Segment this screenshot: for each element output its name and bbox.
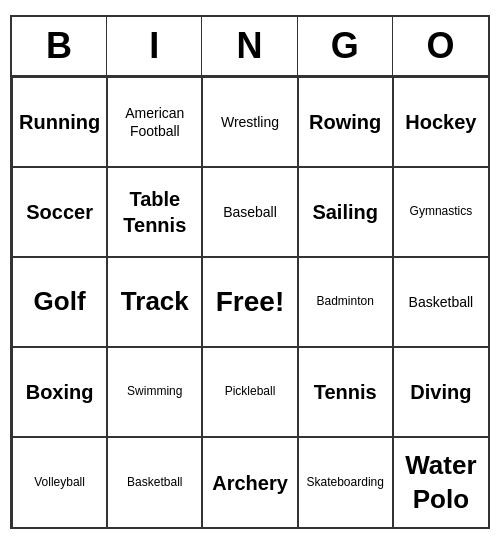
cell-text: Basketball — [409, 293, 474, 311]
bingo-cell: Free! — [202, 257, 297, 347]
bingo-cell: Track — [107, 257, 202, 347]
cell-text: Diving — [410, 379, 471, 405]
cell-text: Golf — [34, 285, 86, 319]
header-letter: G — [298, 17, 393, 75]
cell-text: Hockey — [405, 109, 476, 135]
cell-text: Rowing — [309, 109, 381, 135]
cell-text: Gymnastics — [410, 204, 473, 220]
bingo-card: BINGO RunningAmerican FootballWrestlingR… — [10, 15, 490, 529]
bingo-header: BINGO — [12, 17, 488, 77]
bingo-cell: Boxing — [12, 347, 107, 437]
cell-text: Basketball — [127, 475, 182, 491]
bingo-grid: RunningAmerican FootballWrestlingRowingH… — [12, 77, 488, 527]
cell-text: Boxing — [26, 379, 94, 405]
cell-text: Archery — [212, 470, 288, 496]
bingo-cell: Badminton — [298, 257, 393, 347]
bingo-cell: Basketball — [393, 257, 488, 347]
bingo-cell: Gymnastics — [393, 167, 488, 257]
bingo-cell: Pickleball — [202, 347, 297, 437]
cell-text: Running — [19, 109, 100, 135]
bingo-cell: Sailing — [298, 167, 393, 257]
bingo-cell: Golf — [12, 257, 107, 347]
bingo-cell: Soccer — [12, 167, 107, 257]
bingo-cell: Volleyball — [12, 437, 107, 527]
cell-text: American Football — [114, 104, 195, 140]
cell-text: Tennis — [314, 379, 377, 405]
cell-text: Volleyball — [34, 475, 85, 491]
bingo-cell: Archery — [202, 437, 297, 527]
bingo-cell: Baseball — [202, 167, 297, 257]
bingo-cell: Swimming — [107, 347, 202, 437]
bingo-cell: Table Tennis — [107, 167, 202, 257]
bingo-cell: Hockey — [393, 77, 488, 167]
header-letter: I — [107, 17, 202, 75]
cell-text: Swimming — [127, 384, 182, 400]
bingo-cell: Wrestling — [202, 77, 297, 167]
cell-text: Baseball — [223, 203, 277, 221]
cell-text: Pickleball — [225, 384, 276, 400]
bingo-cell: Basketball — [107, 437, 202, 527]
cell-text: Free! — [216, 284, 284, 320]
bingo-cell: Running — [12, 77, 107, 167]
cell-text: Soccer — [26, 199, 93, 225]
cell-text: Badminton — [317, 294, 374, 310]
bingo-cell: Skateboarding — [298, 437, 393, 527]
header-letter: B — [12, 17, 107, 75]
bingo-cell: Diving — [393, 347, 488, 437]
bingo-cell: Tennis — [298, 347, 393, 437]
header-letter: O — [393, 17, 488, 75]
cell-text: Wrestling — [221, 113, 279, 131]
cell-text: Water Polo — [400, 449, 482, 517]
cell-text: Sailing — [312, 199, 378, 225]
cell-text: Table Tennis — [114, 186, 195, 238]
cell-text: Skateboarding — [307, 475, 384, 491]
header-letter: N — [202, 17, 297, 75]
bingo-cell: Water Polo — [393, 437, 488, 527]
bingo-cell: Rowing — [298, 77, 393, 167]
cell-text: Track — [121, 285, 189, 319]
bingo-cell: American Football — [107, 77, 202, 167]
